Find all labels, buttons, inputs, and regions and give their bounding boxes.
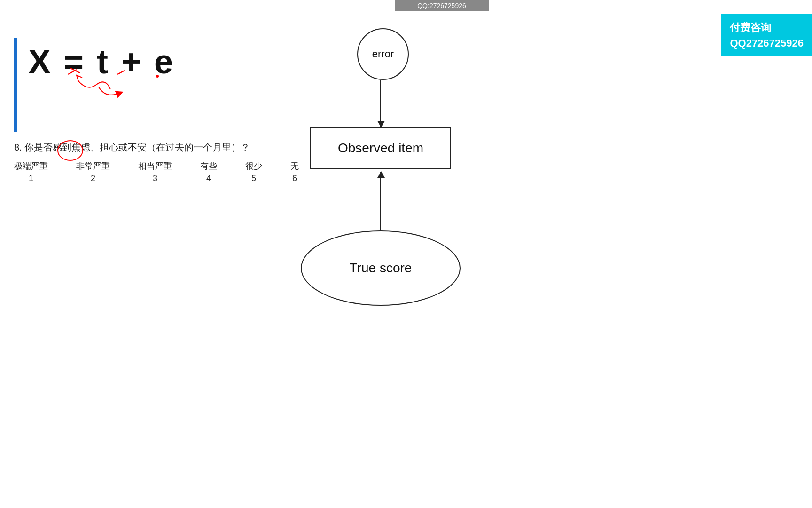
scale-number-5: 5 [251, 174, 256, 183]
scale-item-4: 有些 4 [200, 160, 217, 183]
survey-question: 8. 你是否感到焦虑、担心或不安（在过去的一个月里）？ [14, 141, 299, 154]
scale-number-4: 4 [206, 174, 211, 183]
error-label: error [372, 48, 394, 60]
scale-number-2: 2 [91, 174, 95, 183]
survey-scale: 极端严重 1 非常严重 2 相当严重 3 有些 4 很少 5 无 6 [14, 160, 299, 183]
paid-line2: QQ2726725926 [730, 35, 804, 51]
diagram-area: error Observed item True score [273, 28, 554, 334]
formula-area: X = t + e [28, 42, 175, 81]
observed-label: Observed item [338, 141, 423, 156]
true-score-label: True score [350, 261, 412, 276]
scale-number-1: 1 [29, 174, 33, 183]
qq-text: QQ:2726725926 [417, 2, 466, 9]
true-score-node: True score [301, 230, 461, 306]
scale-item-3: 相当严重 3 [138, 160, 172, 183]
formula-text: X = t + e [28, 42, 175, 81]
error-node: error [357, 28, 409, 80]
scale-label-4: 有些 [200, 160, 217, 172]
left-accent-bar [14, 38, 17, 132]
scale-number-3: 3 [153, 174, 157, 183]
scale-label-5: 很少 [245, 160, 262, 172]
scale-item-5: 很少 5 [245, 160, 262, 183]
arrow-error-to-observed [380, 80, 381, 127]
paid-line1: 付费咨询 [730, 20, 804, 35]
qq-watermark: QQ:2726725926 [395, 0, 489, 11]
scale-label-1: 极端严重 [14, 160, 48, 172]
survey-area: 8. 你是否感到焦虑、担心或不安（在过去的一个月里）？ 极端严重 1 非常严重 … [14, 141, 299, 183]
arrow-true-to-observed [380, 172, 381, 233]
scale-item-2: 非常严重 2 [76, 160, 110, 183]
scale-item-1: 极端严重 1 [14, 160, 48, 183]
observed-item-node: Observed item [310, 127, 451, 169]
paid-banner: 付费咨询 QQ2726725926 [721, 14, 812, 56]
scale-label-3: 相当严重 [138, 160, 172, 172]
scale-label-2: 非常严重 [76, 160, 110, 172]
